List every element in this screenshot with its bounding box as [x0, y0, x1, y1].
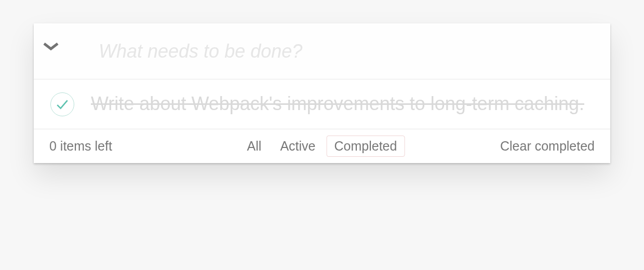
- items-left-count: 0 items left: [49, 139, 112, 154]
- filter-all[interactable]: All: [239, 136, 270, 157]
- todo-item: Write about Webpack's improvements to lo…: [34, 79, 610, 129]
- todo-text[interactable]: Write about Webpack's improvements to lo…: [91, 92, 602, 116]
- todo-list: Write about Webpack's improvements to lo…: [34, 79, 610, 129]
- clear-completed-button[interactable]: Clear completed: [500, 139, 595, 154]
- todo-app: Write about Webpack's improvements to lo…: [34, 23, 610, 163]
- chevron-down-icon: [42, 45, 60, 53]
- filter-group: All Active Completed: [239, 136, 405, 157]
- filter-active[interactable]: Active: [272, 136, 323, 157]
- header: [34, 23, 610, 79]
- footer: 0 items left All Active Completed Clear …: [34, 129, 610, 163]
- check-circle-icon: [50, 92, 74, 116]
- filter-completed[interactable]: Completed: [326, 136, 405, 157]
- new-todo-input[interactable]: [34, 23, 610, 79]
- toggle-all-button[interactable]: [35, 42, 66, 62]
- toggle-complete-button[interactable]: [34, 92, 91, 116]
